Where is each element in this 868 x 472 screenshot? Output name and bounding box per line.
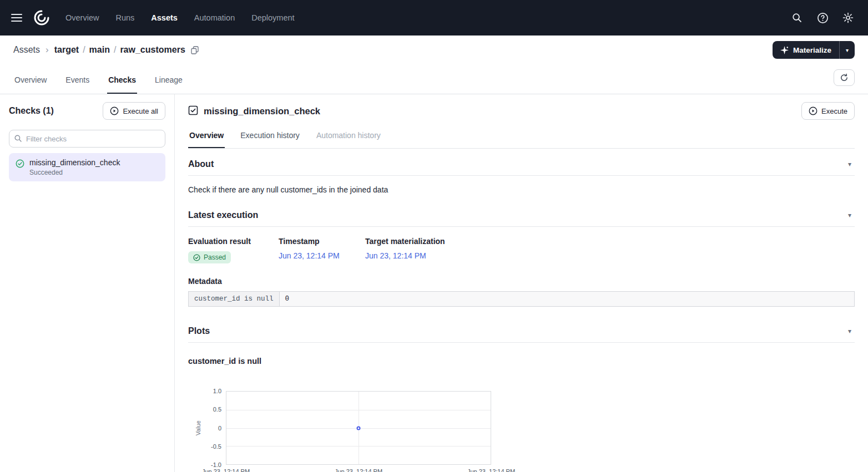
nav-item-automation[interactable]: Automation <box>194 13 235 22</box>
y-axis-label: Value <box>195 420 201 435</box>
sparkle-icon <box>780 46 789 54</box>
metadata-row: customer_id is null 0 <box>189 292 855 307</box>
check-detail-tabs: Overview Execution history Automation hi… <box>188 131 855 149</box>
tab-execution-history[interactable]: Execution history <box>239 131 301 148</box>
tab-overview[interactable]: Overview <box>13 75 48 94</box>
path-separator: / <box>83 45 85 55</box>
timestamp-header: Timestamp <box>279 237 365 246</box>
metadata-key-cell: customer_id is null <box>189 292 280 307</box>
search-icon[interactable] <box>790 11 804 24</box>
checks-sidebar: Checks (1) Execute all <box>0 94 175 472</box>
search-icon <box>14 134 22 144</box>
materialize-dropdown-button[interactable]: ▾ <box>839 41 855 59</box>
primary-nav: Overview Runs Assets Automation Deployme… <box>65 13 295 22</box>
tab-check-overview[interactable]: Overview <box>188 131 225 148</box>
copy-icon[interactable] <box>191 46 199 54</box>
asset-check-icon <box>188 105 198 117</box>
hamburger-menu-icon[interactable] <box>11 14 22 22</box>
refresh-button[interactable] <box>834 69 855 86</box>
breadcrumb-chevron-icon: › <box>46 44 49 55</box>
nav-item-runs[interactable]: Runs <box>115 13 134 22</box>
check-status: Succeeded <box>29 169 120 176</box>
plot-title: customer_id is null <box>188 357 855 366</box>
metadata-value-cell: 0 <box>279 292 854 307</box>
y-axis-ticks: 1.0 0.5 0 -0.5 -1.0 <box>203 391 226 465</box>
nav-item-assets[interactable]: Assets <box>151 13 178 22</box>
topnav-actions <box>790 11 855 24</box>
target-materialization-link[interactable]: Jun 23, 12:14 PM <box>365 251 426 260</box>
breadcrumb-assets-link[interactable]: Assets <box>13 45 40 55</box>
tab-lineage[interactable]: Lineage <box>154 75 184 94</box>
collapse-caret-icon[interactable]: ▾ <box>846 326 854 336</box>
about-section-header: About ▾ <box>188 149 855 176</box>
filter-checks-input[interactable] <box>9 130 165 148</box>
collapse-caret-icon[interactable]: ▾ <box>846 159 854 169</box>
tab-checks[interactable]: Checks <box>107 75 137 94</box>
plots-section-header: Plots ▾ <box>188 316 855 343</box>
check-name: missing_dimension_check <box>29 158 120 167</box>
play-circle-icon <box>110 106 119 115</box>
play-circle-icon <box>809 106 817 115</box>
asset-tabs: Overview Events Checks Lineage <box>0 64 868 94</box>
value-plot: Value 1.0 0.5 0 -0.5 -1.0 <box>195 391 855 472</box>
execute-all-button[interactable]: Execute all <box>103 102 165 120</box>
execute-button[interactable]: Execute <box>801 102 855 120</box>
check-list: missing_dimension_check Succeeded <box>9 153 165 181</box>
timestamp-link[interactable]: Jun 23, 12:14 PM <box>279 251 340 260</box>
nav-item-deployment[interactable]: Deployment <box>251 13 294 22</box>
evaluation-result-header: Evaluation result <box>188 237 279 246</box>
data-point <box>357 426 361 430</box>
metadata-table: customer_id is null 0 <box>188 291 855 307</box>
latest-execution-summary: Evaluation result Passed Timestamp Jun 2… <box>188 237 855 263</box>
x-axis-ticks: Jun 23, 12:14 PM Jun 23, 12:14 PM Jun 23… <box>226 465 491 472</box>
latest-execution-heading: Latest execution <box>188 210 258 220</box>
dagster-logo[interactable] <box>32 8 51 27</box>
check-success-icon <box>16 159 24 176</box>
materialize-button[interactable]: Materialize <box>773 41 839 59</box>
asset-key-segment[interactable]: main <box>89 45 110 55</box>
path-separator: / <box>114 45 116 55</box>
top-navigation-bar: Overview Runs Assets Automation Deployme… <box>0 0 868 35</box>
breadcrumb: Assets › target / main / raw_customers M… <box>0 35 868 64</box>
settings-gear-icon[interactable] <box>841 11 855 24</box>
collapse-caret-icon[interactable]: ▾ <box>846 210 854 220</box>
tab-events[interactable]: Events <box>64 75 90 94</box>
passed-badge: Passed <box>188 251 231 263</box>
asset-actions: Materialize ▾ <box>773 41 855 59</box>
refresh-icon <box>840 73 849 82</box>
asset-key-segment[interactable]: raw_customers <box>120 45 185 55</box>
check-detail-panel: missing_dimension_check Execute Overview… <box>175 94 868 472</box>
latest-execution-section-header: Latest execution ▾ <box>188 200 855 227</box>
about-heading: About <box>188 159 214 169</box>
check-list-item[interactable]: missing_dimension_check Succeeded <box>9 153 165 181</box>
check-detail-title: missing_dimension_check <box>204 106 320 116</box>
tab-automation-history[interactable]: Automation history <box>315 131 382 148</box>
plots-heading: Plots <box>188 326 210 336</box>
plot-area <box>226 391 491 465</box>
target-materialization-header: Target materialization <box>365 237 445 246</box>
checks-count-title: Checks (1) <box>9 106 54 116</box>
metadata-heading: Metadata <box>188 277 855 286</box>
help-icon[interactable] <box>816 11 829 24</box>
asset-key-path: target / main / raw_customers <box>54 45 185 55</box>
asset-key-segment[interactable]: target <box>54 45 79 55</box>
nav-item-overview[interactable]: Overview <box>65 13 99 22</box>
checks-page-content: Checks (1) Execute all <box>0 94 868 472</box>
about-description: Check if there are any null customer_ids… <box>188 185 855 194</box>
check-success-icon <box>193 254 200 261</box>
